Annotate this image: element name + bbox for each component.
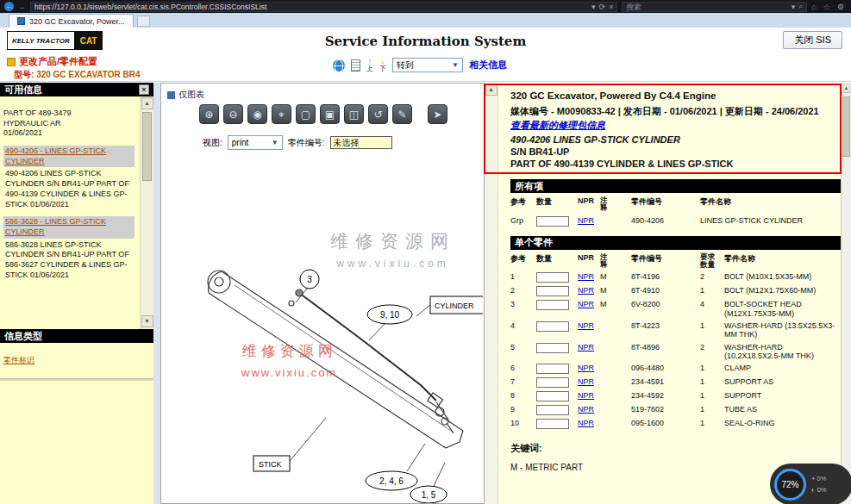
part-row: 1NPRM8T-41962BOLT (M10X1.5X35-MM) bbox=[510, 271, 841, 284]
goto-select[interactable]: 转到 ▼ bbox=[392, 58, 463, 72]
partial-line: HYDRAULIC AR bbox=[3, 119, 135, 129]
npr-link[interactable]: NPR bbox=[578, 364, 594, 372]
npr-link[interactable]: NPR bbox=[578, 286, 594, 295]
table-row: Grp NPR 490-4206 LINES GP-STICK CYLINDER bbox=[510, 215, 841, 228]
npr-link[interactable]: NPR bbox=[578, 321, 594, 330]
scroll-up-icon[interactable]: ▲ bbox=[141, 97, 153, 109]
annotate-button[interactable]: ✎ bbox=[392, 104, 412, 124]
back-button[interactable]: ← bbox=[4, 2, 14, 11]
sidebar-scrollbar[interactable]: ▲ ▼ bbox=[140, 96, 153, 329]
scrollbar-thumb[interactable] bbox=[142, 112, 152, 181]
url-input[interactable] bbox=[34, 3, 588, 11]
detail-scrollbar[interactable]: ▲ bbox=[485, 83, 498, 504]
search-input[interactable] bbox=[626, 3, 787, 11]
zoom-widget[interactable]: 72% + 0% ◐ 0% bbox=[770, 464, 851, 504]
callout-9-10[interactable]: 9, 10 bbox=[367, 305, 412, 324]
part-number: 096-4480 bbox=[631, 362, 700, 376]
favorites-icon[interactable]: ☆ bbox=[823, 3, 830, 11]
change-config-link[interactable]: 更改产品/零件配置 bbox=[7, 55, 97, 68]
qty-input[interactable] bbox=[536, 405, 569, 415]
part-name: SEAL-O-RING bbox=[724, 417, 841, 431]
npr-link[interactable]: NPR bbox=[578, 272, 594, 281]
part-number-field[interactable] bbox=[330, 136, 392, 149]
info-item-link[interactable]: 586-3628 - LINES GP-STICK CYLINDER bbox=[3, 216, 135, 238]
media-info: 媒体编号 - M0090833-42 | 发布日期 - 01/06/2021 |… bbox=[510, 105, 826, 117]
home-icon[interactable]: ⌂ bbox=[811, 3, 816, 11]
go-to-callout-button[interactable]: ➤ bbox=[428, 104, 447, 124]
qty-input[interactable] bbox=[536, 321, 569, 332]
info-item-link[interactable]: 490-4206 - LINES GP-STICK CYLINDER bbox=[3, 146, 135, 167]
stop-icon[interactable]: × bbox=[609, 3, 613, 11]
npr-link[interactable]: NPR bbox=[578, 405, 594, 414]
previous-page-button[interactable]: ↑ 上 bbox=[366, 58, 373, 72]
part-number: 234-4592 bbox=[631, 389, 700, 403]
close-icon[interactable]: × bbox=[139, 84, 149, 95]
zoom-in-button[interactable]: ⊕ bbox=[199, 104, 219, 124]
qty-input[interactable] bbox=[536, 377, 569, 388]
list-item: 586-3628 - LINES GP-STICK CYLINDER 586-3… bbox=[3, 216, 135, 280]
related-info-link[interactable]: 相关信息 bbox=[469, 59, 507, 72]
model-value: 320 GC EXCAVATOR BR4 bbox=[36, 70, 140, 79]
address-bar[interactable]: ▾ ⟳ × bbox=[30, 2, 617, 12]
part-identification-link[interactable]: 零件标识 bbox=[3, 355, 34, 366]
info-type-header: 信息类型 bbox=[0, 329, 153, 343]
callout-2-4-6[interactable]: 2, 4, 6 bbox=[366, 471, 417, 490]
pan-button[interactable]: ⌖ bbox=[272, 104, 291, 124]
repair-kit-link[interactable]: 查看最新的修理包信息 bbox=[510, 119, 605, 131]
scroll-up-icon[interactable]: ▲ bbox=[842, 83, 851, 93]
qty-input[interactable] bbox=[536, 419, 569, 429]
partof-line: PART OF 490-4139 CYLINDER & LINES GP-STI… bbox=[510, 158, 825, 170]
settings-icon[interactable]: ⚙ bbox=[837, 3, 844, 11]
part-number: 6V-8200 bbox=[631, 298, 700, 320]
graphic-mode: 仅图表 bbox=[167, 89, 204, 101]
close-sis-button[interactable]: 关闭 SIS bbox=[783, 31, 842, 49]
forward-button[interactable]: → bbox=[18, 3, 26, 11]
page-title: Service Information System bbox=[0, 34, 851, 49]
refresh-icon[interactable]: ⟳ bbox=[599, 3, 606, 11]
qty-input[interactable] bbox=[536, 391, 569, 401]
browser-tab[interactable]: 320 GC Excavator, Power... bbox=[9, 14, 134, 28]
callout-1-5[interactable]: 1, 5 bbox=[410, 486, 447, 503]
qty-input[interactable] bbox=[536, 343, 569, 353]
npr-link[interactable]: NPR bbox=[578, 377, 594, 386]
list-item-partial: PART OF 489-3479 HYDRAULIC AR 01/06/2021 bbox=[3, 109, 135, 139]
qty-input[interactable] bbox=[536, 272, 569, 283]
reset-view-button[interactable]: ↺ bbox=[368, 104, 388, 124]
next-page-button[interactable]: ↓ 下 bbox=[379, 58, 386, 72]
url-dropdown-icon[interactable]: ▾ bbox=[591, 3, 596, 11]
scrollbar-thumb[interactable] bbox=[842, 96, 850, 157]
document-icon[interactable] bbox=[351, 59, 360, 72]
npr-link[interactable]: NPR bbox=[578, 216, 594, 225]
npr-link[interactable]: NPR bbox=[578, 391, 594, 400]
stat-bottom: 0% bbox=[817, 486, 827, 494]
language-globe-icon[interactable] bbox=[333, 59, 345, 72]
group-ref: Grp bbox=[510, 215, 536, 228]
qty-input[interactable] bbox=[536, 216, 569, 227]
part-ref: 1 bbox=[510, 271, 536, 284]
panel-splitter[interactable] bbox=[153, 83, 160, 504]
search-dropdown-icon[interactable]: ▾ bbox=[792, 3, 796, 11]
tab-title: 320 GC Excavator, Power... bbox=[29, 17, 125, 26]
zoom-out-button[interactable]: ⊖ bbox=[223, 104, 243, 124]
callout-3[interactable]: 3 bbox=[300, 270, 319, 289]
scroll-up-icon[interactable]: ▲ bbox=[485, 84, 497, 96]
search-box[interactable]: ▾ ⌕ bbox=[622, 2, 807, 12]
fit-page-button[interactable]: ▢ bbox=[296, 104, 316, 124]
window-scrollbar[interactable]: ▲ bbox=[841, 83, 851, 504]
view-select[interactable]: print ▼ bbox=[228, 135, 283, 150]
npr-link[interactable]: NPR bbox=[578, 300, 594, 308]
npr-link[interactable]: NPR bbox=[578, 419, 594, 427]
part-ref: 10 bbox=[510, 417, 536, 431]
qty-input[interactable] bbox=[536, 300, 569, 310]
search-icon[interactable]: ⌕ bbox=[798, 2, 803, 11]
qty-input[interactable] bbox=[536, 286, 569, 296]
new-tab-button[interactable] bbox=[137, 16, 150, 27]
callout-cylinder[interactable]: CYLINDER bbox=[430, 296, 483, 314]
zoom-area-button[interactable]: ◉ bbox=[247, 104, 267, 124]
npr-link[interactable]: NPR bbox=[578, 343, 594, 352]
qty-input[interactable] bbox=[536, 364, 569, 374]
fit-width-button[interactable]: ▣ bbox=[320, 104, 340, 124]
callout-stick[interactable]: STICK bbox=[253, 456, 290, 471]
split-view-button[interactable]: ◫ bbox=[344, 104, 364, 124]
scroll-down-icon[interactable]: ▼ bbox=[141, 315, 153, 327]
